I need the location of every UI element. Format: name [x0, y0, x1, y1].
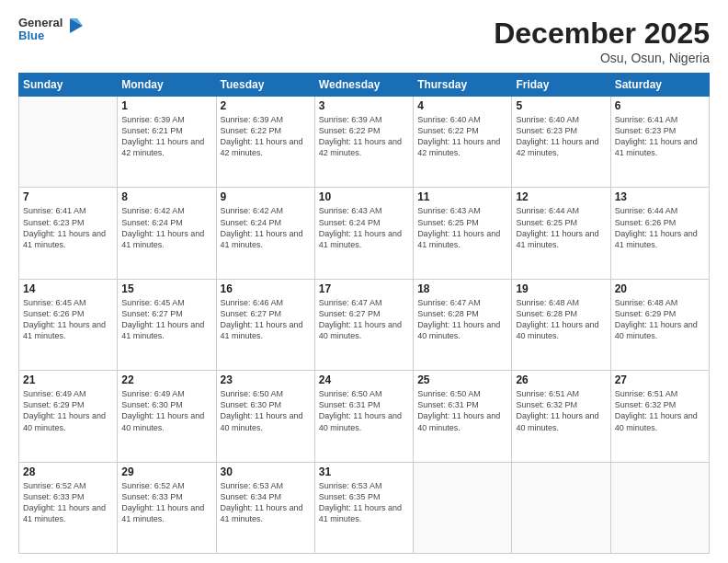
day-number: 6 [615, 99, 705, 112]
day-info: Sunrise: 6:48 AM Sunset: 6:28 PM Dayligh… [516, 297, 606, 342]
day-info: Sunrise: 6:48 AM Sunset: 6:29 PM Dayligh… [615, 297, 705, 342]
day-number: 16 [221, 282, 311, 295]
page: General Blue December 2025 Osu, Osun, Ni… [0, 0, 728, 563]
day-info: Sunrise: 6:43 AM Sunset: 6:25 PM Dayligh… [417, 205, 507, 250]
day-number: 17 [319, 282, 409, 295]
weekday-header: Friday [512, 74, 610, 97]
day-number: 28 [23, 465, 113, 478]
day-info: Sunrise: 6:40 AM Sunset: 6:22 PM Dayligh… [417, 114, 507, 159]
calendar-cell: 10Sunrise: 6:43 AM Sunset: 6:24 PM Dayli… [314, 188, 413, 279]
day-number: 4 [417, 99, 507, 112]
day-number: 29 [121, 465, 211, 478]
calendar-cell: 26Sunrise: 6:51 AM Sunset: 6:32 PM Dayli… [512, 371, 610, 462]
day-info: Sunrise: 6:46 AM Sunset: 6:27 PM Dayligh… [221, 297, 311, 342]
calendar-cell: 3Sunrise: 6:39 AM Sunset: 6:22 PM Daylig… [314, 97, 413, 188]
calendar-cell: 1Sunrise: 6:39 AM Sunset: 6:21 PM Daylig… [118, 97, 216, 188]
calendar-cell: 28Sunrise: 6:52 AM Sunset: 6:33 PM Dayli… [19, 462, 118, 553]
day-info: Sunrise: 6:50 AM Sunset: 6:31 PM Dayligh… [319, 388, 409, 433]
day-number: 1 [121, 99, 211, 112]
logo: General Blue [18, 17, 85, 43]
day-info: Sunrise: 6:41 AM Sunset: 6:23 PM Dayligh… [23, 205, 113, 250]
calendar-cell: 5Sunrise: 6:40 AM Sunset: 6:23 PM Daylig… [512, 97, 610, 188]
day-number: 10 [319, 190, 409, 203]
weekday-header: Thursday [414, 74, 512, 97]
calendar-cell: 25Sunrise: 6:50 AM Sunset: 6:31 PM Dayli… [414, 371, 512, 462]
logo-container: General Blue [18, 17, 85, 43]
day-number: 27 [615, 373, 705, 386]
calendar-cell: 16Sunrise: 6:46 AM Sunset: 6:27 PM Dayli… [216, 279, 314, 370]
calendar-week-row: 7Sunrise: 6:41 AM Sunset: 6:23 PM Daylig… [19, 188, 710, 279]
day-info: Sunrise: 6:39 AM Sunset: 6:22 PM Dayligh… [221, 114, 311, 159]
day-info: Sunrise: 6:49 AM Sunset: 6:29 PM Dayligh… [23, 388, 113, 433]
day-number: 15 [121, 282, 211, 295]
calendar-cell: 6Sunrise: 6:41 AM Sunset: 6:23 PM Daylig… [610, 97, 709, 188]
weekday-header: Monday [118, 74, 216, 97]
day-info: Sunrise: 6:50 AM Sunset: 6:30 PM Dayligh… [221, 388, 311, 433]
logo-bird-icon [64, 15, 85, 40]
weekday-header: Sunday [19, 74, 118, 97]
calendar-week-row: 21Sunrise: 6:49 AM Sunset: 6:29 PM Dayli… [19, 371, 710, 462]
calendar-cell: 29Sunrise: 6:52 AM Sunset: 6:33 PM Dayli… [118, 462, 216, 553]
logo-blue: Blue [18, 29, 63, 42]
day-number: 23 [221, 373, 311, 386]
calendar-cell [610, 462, 709, 553]
calendar-cell: 11Sunrise: 6:43 AM Sunset: 6:25 PM Dayli… [414, 188, 512, 279]
day-number: 8 [121, 190, 211, 203]
day-info: Sunrise: 6:39 AM Sunset: 6:22 PM Dayligh… [319, 114, 409, 159]
calendar-cell: 13Sunrise: 6:44 AM Sunset: 6:26 PM Dayli… [610, 188, 709, 279]
calendar-cell [414, 462, 512, 553]
day-number: 5 [516, 99, 606, 112]
calendar-cell: 14Sunrise: 6:45 AM Sunset: 6:26 PM Dayli… [19, 279, 118, 370]
logo-text-block: General Blue [18, 17, 63, 43]
day-number: 2 [221, 99, 311, 112]
calendar-cell: 27Sunrise: 6:51 AM Sunset: 6:32 PM Dayli… [610, 371, 709, 462]
month-title: December 2025 [494, 17, 710, 51]
day-info: Sunrise: 6:47 AM Sunset: 6:27 PM Dayligh… [319, 297, 409, 342]
day-number: 11 [417, 190, 507, 203]
day-info: Sunrise: 6:50 AM Sunset: 6:31 PM Dayligh… [417, 388, 507, 433]
calendar-cell: 15Sunrise: 6:45 AM Sunset: 6:27 PM Dayli… [118, 279, 216, 370]
day-info: Sunrise: 6:39 AM Sunset: 6:21 PM Dayligh… [121, 114, 211, 159]
calendar-cell: 31Sunrise: 6:53 AM Sunset: 6:35 PM Dayli… [314, 462, 413, 553]
title-block: December 2025 Osu, Osun, Nigeria [494, 17, 710, 65]
day-info: Sunrise: 6:42 AM Sunset: 6:24 PM Dayligh… [221, 205, 311, 250]
day-number: 19 [516, 282, 606, 295]
weekday-header: Saturday [610, 74, 709, 97]
day-number: 14 [23, 282, 113, 295]
calendar-cell: 2Sunrise: 6:39 AM Sunset: 6:22 PM Daylig… [216, 97, 314, 188]
day-info: Sunrise: 6:44 AM Sunset: 6:26 PM Dayligh… [615, 205, 705, 250]
calendar-cell: 4Sunrise: 6:40 AM Sunset: 6:22 PM Daylig… [414, 97, 512, 188]
day-number: 7 [23, 190, 113, 203]
calendar-cell: 7Sunrise: 6:41 AM Sunset: 6:23 PM Daylig… [19, 188, 118, 279]
day-info: Sunrise: 6:45 AM Sunset: 6:26 PM Dayligh… [23, 297, 113, 342]
header: General Blue December 2025 Osu, Osun, Ni… [18, 17, 710, 65]
day-info: Sunrise: 6:44 AM Sunset: 6:25 PM Dayligh… [516, 205, 606, 250]
calendar-cell: 9Sunrise: 6:42 AM Sunset: 6:24 PM Daylig… [216, 188, 314, 279]
day-number: 25 [417, 373, 507, 386]
day-number: 22 [121, 373, 211, 386]
day-number: 3 [319, 99, 409, 112]
day-number: 21 [23, 373, 113, 386]
calendar-cell: 19Sunrise: 6:48 AM Sunset: 6:28 PM Dayli… [512, 279, 610, 370]
day-number: 20 [615, 282, 705, 295]
day-info: Sunrise: 6:51 AM Sunset: 6:32 PM Dayligh… [516, 388, 606, 433]
calendar-week-row: 14Sunrise: 6:45 AM Sunset: 6:26 PM Dayli… [19, 279, 710, 370]
day-info: Sunrise: 6:41 AM Sunset: 6:23 PM Dayligh… [615, 114, 705, 159]
day-number: 31 [319, 465, 409, 478]
day-info: Sunrise: 6:51 AM Sunset: 6:32 PM Dayligh… [615, 388, 705, 433]
day-info: Sunrise: 6:43 AM Sunset: 6:24 PM Dayligh… [319, 205, 409, 250]
calendar-cell: 30Sunrise: 6:53 AM Sunset: 6:34 PM Dayli… [216, 462, 314, 553]
logo-general: General [18, 17, 63, 29]
calendar-cell: 12Sunrise: 6:44 AM Sunset: 6:25 PM Dayli… [512, 188, 610, 279]
day-info: Sunrise: 6:45 AM Sunset: 6:27 PM Dayligh… [121, 297, 211, 342]
day-number: 18 [417, 282, 507, 295]
day-info: Sunrise: 6:52 AM Sunset: 6:33 PM Dayligh… [121, 480, 211, 525]
calendar-cell: 17Sunrise: 6:47 AM Sunset: 6:27 PM Dayli… [314, 279, 413, 370]
day-number: 12 [516, 190, 606, 203]
calendar-cell: 18Sunrise: 6:47 AM Sunset: 6:28 PM Dayli… [414, 279, 512, 370]
day-info: Sunrise: 6:52 AM Sunset: 6:33 PM Dayligh… [23, 480, 113, 525]
day-info: Sunrise: 6:42 AM Sunset: 6:24 PM Dayligh… [121, 205, 211, 250]
day-info: Sunrise: 6:47 AM Sunset: 6:28 PM Dayligh… [417, 297, 507, 342]
calendar-body: 1Sunrise: 6:39 AM Sunset: 6:21 PM Daylig… [19, 97, 710, 554]
calendar-week-row: 28Sunrise: 6:52 AM Sunset: 6:33 PM Dayli… [19, 462, 710, 553]
